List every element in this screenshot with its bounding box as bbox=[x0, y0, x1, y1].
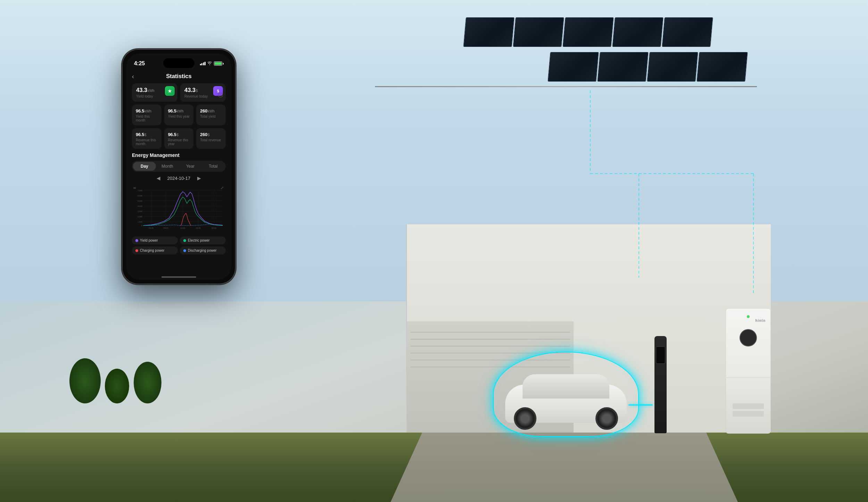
solar-panel bbox=[696, 52, 748, 82]
charging-cable bbox=[628, 404, 653, 405]
signal-icon bbox=[200, 62, 206, 65]
svg-text:6,000: 6,000 bbox=[137, 195, 142, 197]
solar-panels bbox=[465, 17, 712, 47]
energy-chart: 7,000 6,000 5,000 4,000 3,000 2,000 1,00… bbox=[133, 186, 224, 231]
inverter-top: hintn bbox=[726, 308, 771, 378]
stats-row-month: 96.5kWh Yield this month 96.5kWh Yield t… bbox=[132, 104, 226, 125]
revenue-month-card: 96.5$ Revenue this month bbox=[132, 128, 161, 149]
dynamic-island bbox=[163, 58, 194, 68]
legend-charging: Charging power bbox=[132, 246, 178, 254]
signal-bar-3 bbox=[203, 62, 204, 65]
tab-year[interactable]: Year bbox=[179, 162, 202, 171]
svg-text:4,000: 4,000 bbox=[137, 205, 142, 207]
discharging-legend-dot bbox=[183, 249, 186, 252]
yield-legend-label: Yield power bbox=[140, 239, 158, 242]
tree bbox=[134, 362, 161, 403]
tab-month[interactable]: Month bbox=[156, 162, 179, 171]
battery-fill bbox=[215, 62, 222, 65]
solar-panel bbox=[463, 17, 514, 47]
car bbox=[500, 357, 632, 433]
energy-title: Energy Management bbox=[132, 152, 226, 158]
chart-container: W ⤢ 7,000 bbox=[132, 184, 226, 234]
stats-section: 43.3kWh Yield today $ 43.3$ bbox=[132, 83, 226, 149]
chart-y-label: W bbox=[133, 186, 136, 190]
battery-indicator2 bbox=[733, 411, 764, 417]
solar-panel bbox=[612, 17, 663, 47]
prev-date-button[interactable]: ◀ bbox=[157, 175, 160, 181]
svg-text:16:00: 16:00 bbox=[196, 227, 201, 229]
solar-panel bbox=[662, 17, 713, 47]
car-wheel-front bbox=[514, 407, 536, 430]
app-header: ‹ Statistics bbox=[132, 71, 226, 83]
svg-text:04:00: 04:00 bbox=[149, 227, 153, 229]
tab-total[interactable]: Total bbox=[202, 162, 225, 171]
page-title: Statistics bbox=[166, 73, 192, 80]
back-button[interactable]: ‹ bbox=[132, 73, 134, 80]
svg-text:08:00: 08:00 bbox=[164, 227, 168, 229]
solar-panel bbox=[562, 17, 614, 47]
garage-line bbox=[410, 332, 570, 333]
next-date-button[interactable]: ▶ bbox=[197, 175, 201, 181]
car-cabin bbox=[523, 374, 609, 399]
yield-icon bbox=[165, 86, 175, 96]
signal-bar-1 bbox=[200, 64, 201, 65]
svg-text:20:00: 20:00 bbox=[211, 227, 216, 229]
signal-bar-4 bbox=[205, 62, 206, 65]
status-led bbox=[747, 315, 750, 318]
legend-yield: Yield power bbox=[132, 236, 178, 244]
svg-text:7,000: 7,000 bbox=[137, 190, 142, 192]
car-wheel-rear bbox=[595, 407, 618, 430]
info-icon[interactable] bbox=[218, 93, 223, 99]
yield-month-card: 96.5kWh Yield this month bbox=[132, 104, 161, 125]
solar-panel bbox=[647, 52, 698, 82]
charger-screen bbox=[656, 346, 665, 364]
garage-line bbox=[410, 346, 570, 346]
garage-line bbox=[410, 339, 570, 340]
yield-today-card: 43.3kWh Yield today bbox=[132, 83, 177, 102]
brand-label: hintn bbox=[756, 319, 766, 323]
chart-legend: Yield power Electric power Charging powe… bbox=[132, 236, 226, 254]
phone-frame: 4:25 bbox=[122, 49, 236, 285]
phone-screen: 4:25 bbox=[126, 53, 231, 280]
charging-legend-label: Charging power bbox=[140, 249, 165, 252]
discharging-legend-label: Discharging power bbox=[188, 249, 217, 252]
total-yield-card: 260kWh Total yield bbox=[196, 104, 226, 125]
svg-text:1,000: 1,000 bbox=[137, 221, 142, 223]
svg-text:2,000: 2,000 bbox=[137, 216, 142, 218]
tree bbox=[69, 358, 101, 403]
stats-row-yield: 43.3kWh Yield today $ 43.3$ bbox=[132, 83, 226, 102]
svg-text:0: 0 bbox=[141, 225, 142, 227]
stats-row-revenue: 96.5$ Revenue this month 96.5$ Revenue t… bbox=[132, 128, 226, 149]
battery-bottom bbox=[726, 378, 771, 434]
electric-legend-label: Electric power bbox=[188, 239, 210, 242]
solar-panel bbox=[597, 52, 648, 82]
signal-bar-2 bbox=[201, 63, 202, 65]
svg-text:3,000: 3,000 bbox=[137, 210, 142, 212]
battery-status-icon bbox=[214, 61, 224, 66]
electric-legend-dot bbox=[183, 239, 186, 242]
battery-indicator bbox=[733, 403, 764, 409]
svg-text:12:00: 12:00 bbox=[180, 227, 185, 229]
current-date: 2024-10-17 bbox=[167, 176, 191, 181]
battery-nub bbox=[223, 63, 224, 65]
total-revenue-card: 260$ Total revenue bbox=[196, 128, 226, 149]
wifi-icon bbox=[207, 61, 212, 66]
battery-display bbox=[740, 329, 757, 346]
driveway bbox=[391, 426, 738, 502]
tab-selector: Day Month Year Total bbox=[132, 161, 226, 172]
battery-inverter: hintn bbox=[726, 308, 771, 433]
app-content: ‹ Statistics bbox=[126, 69, 231, 254]
date-navigator: ◀ 2024-10-17 ▶ bbox=[132, 175, 226, 181]
battery-body bbox=[214, 61, 222, 66]
svg-text:5,000: 5,000 bbox=[137, 200, 142, 202]
trees bbox=[69, 358, 161, 405]
tab-day[interactable]: Day bbox=[133, 162, 156, 171]
tree bbox=[105, 369, 129, 403]
expand-chart-button[interactable]: ⤢ bbox=[220, 186, 224, 190]
solar-panels-row2 bbox=[549, 52, 746, 82]
yield-year-card: 96.5kWh Yield this year bbox=[164, 104, 194, 125]
home-bar bbox=[161, 276, 196, 278]
solar-panel bbox=[548, 52, 599, 82]
legend-electric: Electric power bbox=[180, 236, 226, 244]
yield-legend-dot bbox=[135, 239, 138, 242]
